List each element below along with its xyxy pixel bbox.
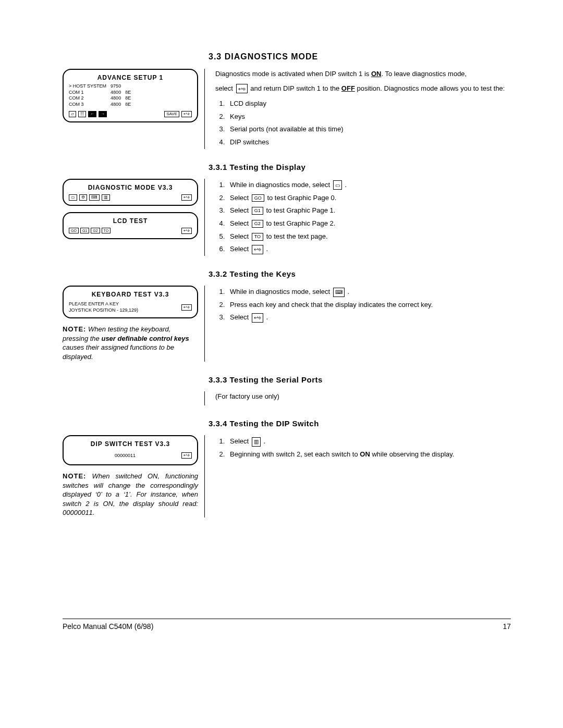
- section-3-3: ADVANCE SETUP 1 > HOST SYSTEM9750 COM 14…: [63, 69, 511, 149]
- intro-test-list: LCD display Keys Serial ports (not avail…: [215, 97, 511, 149]
- exit-icon: ↩⎆: [181, 111, 192, 117]
- dip-switch-icon: ▥: [252, 437, 261, 447]
- exit-icon: ↩⎆: [181, 228, 192, 234]
- panel-title: ADVANCE SETUP 1: [69, 74, 192, 81]
- key-g1: G1: [80, 228, 89, 233]
- panel-advance-setup: ADVANCE SETUP 1 > HOST SYSTEM9750 COM 14…: [63, 69, 198, 122]
- heading-3-3-3: 3.3.3 Testing the Serial Ports: [63, 375, 511, 384]
- steps-3-3-4: Select ▥ . Beginning with switch 2, set …: [215, 435, 511, 461]
- panel-lcd-test: LCD TEST GO G1 G2 TO ↩⎆: [63, 212, 198, 239]
- list-item: Select TO to test the text page.: [227, 230, 511, 243]
- page-footer: Pelco Manual C540M (6/98) 17: [63, 619, 511, 631]
- list-item: While in diagnostics mode, select ⌨ .: [227, 286, 511, 299]
- key-g2: G2: [91, 228, 100, 233]
- list-item: While in diagnostics mode, select ▭ .: [227, 179, 511, 192]
- key-go: GO: [69, 228, 79, 233]
- key-go: GO: [252, 194, 264, 202]
- panel-title: KEYBOARD TEST V3.3: [69, 291, 192, 298]
- heading-3-3: 3.3 DIAGNOSTICS MODE: [63, 52, 511, 61]
- list-item: Beginning with switch 2, set each switch…: [227, 448, 511, 461]
- intro-line-1: Diagnostics mode is activated when DIP s…: [215, 69, 511, 79]
- dip-switch-icon: ▥: [102, 194, 110, 201]
- list-item: Press each key and check that the displa…: [227, 299, 511, 312]
- note-keyboard: NOTE: When testing the keyboard, pressin…: [63, 325, 198, 361]
- steps-3-3-1: While in diagnostics mode, select ▭ . Se…: [215, 179, 511, 256]
- list-item: Select GO to test Graphic Page 0.: [227, 192, 511, 205]
- exit-icon: ↩⎆: [181, 452, 192, 459]
- list-item: Select ↩⎆ .: [227, 311, 511, 324]
- list-item: LCD display: [227, 97, 511, 110]
- key-g1: G1: [252, 207, 263, 215]
- exit-icon: ↩⎆: [181, 304, 192, 311]
- footer-left: Pelco Manual C540M (6/98): [63, 622, 153, 631]
- list-item: Select ▥ .: [227, 435, 511, 448]
- exit-icon: ↩⎆: [252, 313, 263, 323]
- list-item: Keys: [227, 110, 511, 124]
- monitor-icon: ▭: [69, 194, 77, 201]
- keyboard-icon: ⌨: [333, 288, 345, 297]
- dip-value: 00000011: [69, 451, 181, 460]
- heading-3-3-4: 3.3.4 Testing the DIP Switch: [63, 419, 511, 428]
- key-to: TO: [252, 233, 263, 241]
- list-item: DIP switches: [227, 136, 511, 149]
- footer-page-number: 17: [503, 622, 511, 631]
- list-item: Select ↩⎆ .: [227, 243, 511, 256]
- advance-setup-table: > HOST SYSTEM9750 COM 148008E COM 248008…: [69, 83, 135, 108]
- exit-icon: ↩⎆: [181, 194, 192, 201]
- key-to: TO: [102, 228, 111, 233]
- panel-dip-switch-test: DIP SWITCH TEST V3.3 00000011 ↩⎆: [63, 435, 198, 465]
- panel-diagnostic-mode: DIAGNOSTIC MODE V3.3 ▭ ⚙ ⌨ ▥ ↩⎆: [63, 179, 198, 206]
- section-3-3-3: (For factory use only): [63, 391, 511, 406]
- heading-3-3-2: 3.3.2 Testing the Keys: [63, 269, 511, 278]
- section-3-3-4: DIP SWITCH TEST V3.3 00000011 ↩⎆ NOTE: W…: [63, 435, 511, 517]
- panel-config-icon: ☷: [78, 111, 86, 117]
- arrow-right-icon: →: [99, 111, 107, 117]
- key-g2: G2: [252, 220, 263, 228]
- panel-title: DIP SWITCH TEST V3.3: [69, 440, 192, 448]
- section-3-3-2: KEYBOARD TEST V3.3 PLEASE ENTER A KEY JO…: [63, 286, 511, 362]
- monitor-icon: ▭: [333, 180, 342, 190]
- arrow-left-icon: ←: [88, 111, 96, 117]
- panel-device-icon: ▱: [69, 111, 76, 117]
- heading-3-3-1: 3.3.1 Testing the Display: [63, 163, 511, 171]
- exit-icon: ↩⎆: [236, 84, 248, 93]
- serial-icon: ⚙: [79, 194, 87, 201]
- panel-title: DIAGNOSTIC MODE V3.3: [69, 184, 192, 191]
- section-3-3-1: DIAGNOSTIC MODE V3.3 ▭ ⚙ ⌨ ▥ ↩⎆ LCD TEST…: [63, 179, 511, 256]
- panel-title: LCD TEST: [69, 217, 192, 225]
- list-item: Select G2 to test Graphic Page 2.: [227, 217, 511, 230]
- intro-line-2: select ↩⎆ and return DIP switch 1 to the…: [215, 83, 511, 94]
- panel-keyboard-test: KEYBOARD TEST V3.3 PLEASE ENTER A KEY JO…: [63, 286, 198, 318]
- manual-page: 3.3 DIAGNOSTICS MODE ADVANCE SETUP 1 > H…: [0, 0, 563, 657]
- keyboard-icon: ⌨: [89, 194, 100, 201]
- steps-3-3-2: While in diagnostics mode, select ⌨ . Pr…: [215, 286, 511, 324]
- list-item: Select G1 to test Graphic Page 1.: [227, 204, 511, 217]
- note-dip: NOTE: When switched ON, functioning swit…: [63, 472, 198, 517]
- panel-line: PLEASE ENTER A KEY: [69, 301, 138, 307]
- list-item: Serial ports (not available at this time…: [227, 123, 511, 136]
- serial-ports-note: (For factory use only): [215, 391, 511, 402]
- exit-icon: ↩⎆: [252, 245, 263, 254]
- save-icon: SAVE: [164, 111, 179, 117]
- panel-line: JOYSTICK POSITION - 129,129): [69, 307, 138, 314]
